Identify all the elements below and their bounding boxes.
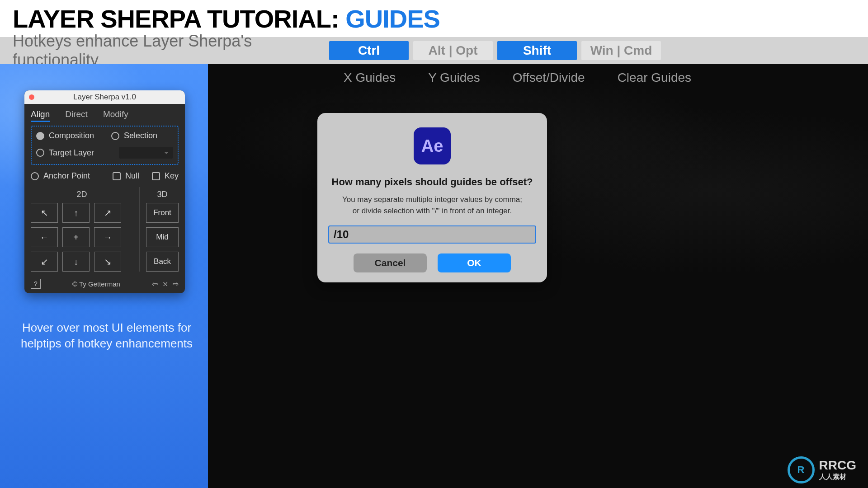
target-layer-dropdown[interactable] [119, 147, 173, 159]
radio-selection-label: Selection [124, 131, 157, 141]
col-3d-label: 3D [146, 190, 179, 199]
hint-text: Hover over most UI elements for helptips… [16, 320, 197, 352]
plugin-window: Layer Sherpa v1.0 Align Direct Modify Co… [24, 90, 185, 293]
watermark: R RRCG 人人素材 [788, 456, 856, 483]
radio-anchor-point[interactable] [31, 172, 39, 180]
options-row: Anchor Point Null Key [31, 171, 179, 181]
radio-composition-label: Composition [49, 131, 94, 141]
align-ne[interactable]: ↗ [94, 203, 121, 223]
align-mid[interactable]: Mid [146, 227, 179, 247]
ok-button[interactable]: OK [438, 253, 511, 272]
ae-icon: Ae [414, 127, 451, 164]
menu-offset-divide[interactable]: Offset/Divide [513, 70, 585, 85]
hotkey-cmd[interactable]: Win | Cmd [581, 41, 661, 60]
col-2d-label: 2D [31, 190, 133, 199]
hotkey-alt[interactable]: Alt | Opt [413, 41, 493, 60]
nav-next-icon[interactable]: ⇨ [173, 280, 179, 288]
nav-close-icon[interactable]: ⤬ [162, 280, 168, 288]
menu-x-guides[interactable]: X Guides [344, 70, 396, 85]
body-dark: Layer Sherpa v1.0 Align Direct Modify Co… [0, 64, 868, 488]
nav-prev-icon[interactable]: ⇦ [152, 280, 158, 288]
align-c[interactable]: + [62, 227, 90, 247]
offset-input[interactable] [328, 225, 536, 244]
align-s[interactable]: ↓ [62, 252, 90, 272]
radio-target-layer-label: Target Layer [49, 148, 94, 158]
title-part2: GUIDES [345, 5, 440, 33]
checkbox-null[interactable] [113, 172, 121, 180]
align-e[interactable]: → [94, 227, 121, 247]
radio-group: Composition Selection Target Layer [31, 126, 179, 165]
plugin-titlebar[interactable]: Layer Sherpa v1.0 [24, 90, 185, 104]
radio-composition[interactable] [36, 132, 44, 140]
align-se[interactable]: ↘ [94, 252, 121, 272]
hint-line1: Hover over most UI elements for [16, 320, 197, 336]
checkbox-key[interactable] [152, 172, 160, 180]
col-3d: 3D Front Mid Back [140, 187, 179, 272]
key-label: Key [165, 171, 179, 181]
copyright: © Ty Getterman [45, 280, 147, 288]
hotkey-strip: Hotkeys enhance Layer Sherpa's functiona… [0, 37, 868, 64]
offset-dialog: Ae How many pixels should guides be offs… [317, 113, 547, 282]
tab-align[interactable]: Align [31, 109, 50, 119]
hotkey-ctrl[interactable]: Ctrl [329, 41, 409, 60]
align-sw[interactable]: ↙ [31, 252, 58, 272]
null-label: Null [125, 171, 139, 181]
radio-target-layer[interactable] [36, 149, 44, 157]
hotkey-buttons: Ctrl Alt | Opt Shift Win | Cmd [329, 41, 661, 60]
watermark-text: RRCG [819, 459, 856, 472]
anchor-point-label: Anchor Point [43, 171, 90, 181]
watermark-sub: 人人素材 [819, 473, 856, 481]
cancel-button[interactable]: Cancel [354, 253, 427, 272]
plugin-footer: ? © Ty Getterman ⇦ ⤬ ⇨ [31, 279, 179, 289]
align-back[interactable]: Back [146, 252, 179, 272]
tab-modify[interactable]: Modify [103, 109, 128, 119]
blue-pane: Layer Sherpa v1.0 Align Direct Modify Co… [0, 64, 208, 488]
align-w[interactable]: ← [31, 227, 58, 247]
title-part1: LAYER SHERPA TUTORIAL: [13, 5, 345, 33]
guides-menu: X Guides Y Guides Offset/Divide Clear Gu… [344, 70, 854, 85]
help-button[interactable]: ? [31, 279, 41, 289]
dialog-subtitle: You may separate multiple integer values… [328, 194, 536, 216]
plugin-tabs: Align Direct Modify [31, 109, 179, 119]
plugin-title: Layer Sherpa v1.0 [24, 93, 185, 102]
hint-line2: helptips of hotkey enhancements [16, 336, 197, 352]
dialog-title: How many pixels should guides be offset? [328, 176, 536, 188]
align-nw[interactable]: ↖ [31, 203, 58, 223]
align-front[interactable]: Front [146, 203, 179, 223]
align-n[interactable]: ↑ [62, 203, 90, 223]
col-2d: 2D ↖ ↑ ↗ ← + → ↙ ↓ ↘ [31, 187, 140, 272]
hotkey-shift[interactable]: Shift [497, 41, 577, 60]
tab-direct[interactable]: Direct [65, 109, 88, 119]
menu-y-guides[interactable]: Y Guides [428, 70, 480, 85]
watermark-icon: R [788, 456, 815, 483]
menu-clear-guides[interactable]: Clear Guides [618, 70, 691, 85]
radio-selection[interactable] [111, 132, 119, 140]
